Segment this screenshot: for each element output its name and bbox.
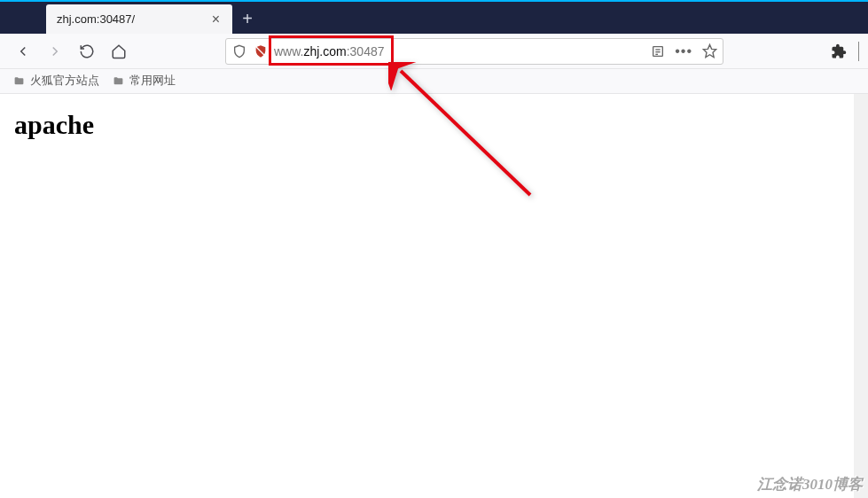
url-suffix: :30487 <box>347 44 385 58</box>
back-button[interactable] <box>9 37 37 66</box>
tracking-off-icon[interactable] <box>253 43 269 59</box>
bookmarks-toolbar: 火狐官方站点 常用网址 <box>0 69 868 94</box>
bookmark-item-firefox[interactable]: 火狐官方站点 <box>12 74 99 89</box>
urlbar-actions: ••• <box>650 43 717 59</box>
toolbar: www.zhj.com:30487 ••• <box>0 34 868 69</box>
reader-view-icon[interactable] <box>650 43 666 59</box>
home-icon <box>111 43 127 59</box>
arrow-right-icon <box>47 43 63 59</box>
plus-icon: + <box>242 9 253 29</box>
home-button[interactable] <box>105 37 133 66</box>
folder-icon <box>112 75 125 87</box>
bookmark-label: 常用网址 <box>129 74 176 89</box>
bookmark-item-common[interactable]: 常用网址 <box>112 74 176 89</box>
extensions-button[interactable] <box>825 37 853 66</box>
folder-icon <box>12 75 26 87</box>
tab-title: zhj.com:30487/ <box>57 12 135 26</box>
browser-tab[interactable]: zhj.com:30487/ × <box>46 4 232 34</box>
toolbar-divider <box>858 42 859 61</box>
page-content: apache <box>0 94 868 156</box>
star-icon[interactable] <box>701 43 717 59</box>
page-heading: apache <box>14 110 854 140</box>
watermark: 江念诺3010博客 <box>757 474 863 494</box>
close-icon[interactable]: × <box>208 12 223 27</box>
bookmark-label: 火狐官方站点 <box>30 74 99 89</box>
shield-icon[interactable] <box>231 43 247 59</box>
url-domain: zhj.com <box>303 44 346 58</box>
forward-button[interactable] <box>41 37 69 66</box>
scrollbar[interactable] <box>854 94 868 498</box>
toolbar-right <box>825 37 859 66</box>
titlebar: zhj.com:30487/ × + <box>0 0 868 34</box>
new-tab-button[interactable]: + <box>232 4 262 34</box>
url-text[interactable]: www.zhj.com:30487 <box>274 44 645 58</box>
reload-icon <box>79 43 95 59</box>
url-prefix: www. <box>274 44 303 58</box>
reload-button[interactable] <box>73 37 101 66</box>
puzzle-icon <box>831 43 847 59</box>
svg-marker-5 <box>703 44 716 57</box>
page-actions-icon[interactable]: ••• <box>675 43 692 59</box>
arrow-left-icon <box>15 43 31 59</box>
urlbar-wrap: www.zhj.com:30487 ••• <box>225 38 723 65</box>
url-bar[interactable]: www.zhj.com:30487 ••• <box>225 38 723 65</box>
